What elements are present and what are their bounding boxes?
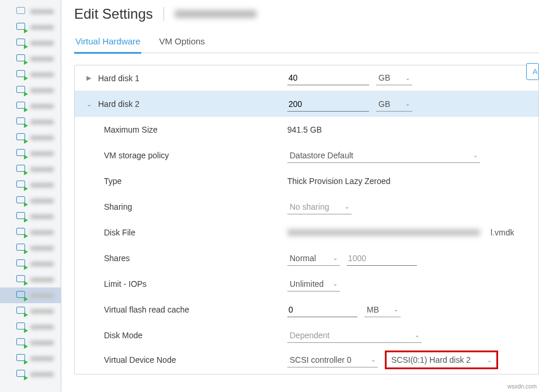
vm-icon [16, 7, 27, 16]
limit-label: Limit - IOPs [104, 279, 287, 289]
vm-tree-item[interactable] [0, 145, 61, 161]
vm-icon [16, 165, 27, 174]
limit-iops-row: Limit - IOPs Unlimited ⌄ [75, 271, 538, 297]
add-button-label: A [533, 67, 538, 76]
vm-icon [16, 259, 27, 269]
vm-tree-item[interactable] [0, 19, 61, 35]
flash-cache-row: Virtual flash read cache MB ⌄ [75, 297, 538, 322]
type-value: Thick Provision Lazy Zeroed [287, 176, 527, 186]
type-row: Type Thick Provision Lazy Zeroed [75, 168, 538, 194]
vm-tree-item[interactable] [0, 67, 61, 82]
vm-icon [16, 149, 27, 158]
vm-tree-item[interactable] [0, 366, 61, 382]
disk-mode-row: Disk Mode Dependent ⌄ [75, 322, 538, 348]
chevron-down-icon: ⌄ [394, 306, 398, 313]
vdn-controller-select[interactable]: SCSI controller 0 ⌄ [287, 353, 378, 367]
policy-label: VM storage policy [104, 151, 287, 160]
chevron-down-icon: ⌄ [405, 100, 410, 107]
max-size-label: Maximum Size [104, 125, 287, 134]
disk-file-path-redacted [287, 229, 480, 236]
vm-tree-item[interactable] [0, 82, 61, 98]
hd1-label: Hard disk 1 [98, 74, 287, 83]
vm-tree-item[interactable] [0, 335, 61, 351]
vm-tree-item[interactable] [0, 351, 61, 366]
vm-icon [16, 117, 27, 127]
chevron-down-icon: ⌄ [473, 152, 478, 158]
maximum-size-row: Maximum Size 941.5 GB [75, 117, 538, 143]
vm-tree-item[interactable] [0, 319, 61, 335]
vm-icon [16, 322, 27, 332]
vm-tree-item[interactable] [0, 4, 61, 19]
shares-row: Shares Normal ⌄ [75, 245, 538, 271]
policy-select[interactable]: Datastore Default ⌄ [287, 148, 480, 163]
vm-icon [16, 54, 27, 64]
vm-tree-item[interactable] [0, 51, 61, 67]
vdn-slot-select[interactable]: SCSI(0:1) Hard disk 2 ⌄ [389, 353, 494, 367]
vm-icon [16, 354, 27, 363]
sharing-select[interactable]: No sharing ⌄ [287, 200, 352, 214]
chevron-down-icon: ⌄ [345, 203, 349, 210]
vm-tree-item[interactable] [0, 303, 61, 319]
hd1-unit-select[interactable]: GB ⌄ [376, 71, 412, 85]
vm-tree-item[interactable] [0, 98, 61, 114]
vm-icon [16, 338, 27, 348]
flash-label: Virtual flash read cache [104, 305, 287, 314]
vm-tree-item[interactable] [0, 130, 61, 145]
page-title: Edit Settings [74, 6, 153, 22]
watermark: wsxdn.com [507, 383, 537, 390]
vm-tree-item-selected[interactable] [0, 287, 61, 303]
limit-select[interactable]: Unlimited ⌄ [287, 277, 340, 292]
hard-disk-1-row[interactable]: ▶ Hard disk 1 GB ⌄ [75, 65, 538, 91]
vm-icon [16, 133, 27, 143]
hd2-size-input[interactable] [287, 97, 369, 112]
sharing-label: Sharing [104, 202, 287, 211]
shares-label: Shares [104, 254, 287, 263]
vm-tree-item[interactable] [0, 224, 61, 240]
chevron-down-icon: ⌄ [405, 75, 410, 81]
vm-icon [16, 275, 27, 285]
vm-tree-item[interactable] [0, 161, 61, 177]
vm-icon [16, 196, 27, 206]
vm-icon [16, 212, 27, 221]
vm-tree-item[interactable] [0, 193, 61, 209]
shares-mode-select[interactable]: Normal ⌄ [287, 251, 340, 266]
title-divider [164, 7, 164, 21]
chevron-down-icon: ⌄ [333, 255, 338, 261]
vm-icon [16, 102, 27, 111]
main-content: Edit Settings Virtual Hardware VM Option… [61, 0, 539, 392]
type-label: Type [104, 176, 287, 186]
chevron-down-icon: ⌄ [333, 280, 338, 287]
tab-virtual-hardware[interactable]: Virtual Hardware [74, 33, 141, 54]
vm-icon [16, 244, 27, 253]
vm-tree-item[interactable] [0, 256, 61, 272]
vm-name-redacted [175, 10, 256, 18]
hard-disk-2-row[interactable]: ⌄ Hard disk 2 GB ⌄ [75, 91, 538, 117]
disk-file-value: l.vmdk [287, 228, 527, 237]
chevron-down-icon: ⌄ [415, 332, 419, 338]
flash-unit-select[interactable]: MB ⌄ [364, 303, 401, 317]
tabs: Virtual Hardware VM Options [74, 33, 539, 53]
tab-vm-options[interactable]: VM Options [158, 33, 206, 53]
vm-tree-item[interactable] [0, 114, 61, 130]
vm-icon [16, 23, 27, 32]
vm-tree-item[interactable] [0, 177, 61, 193]
max-size-value: 941.5 GB [287, 125, 527, 134]
vm-tree-item[interactable] [0, 240, 61, 256]
shares-value-input[interactable] [347, 251, 417, 266]
flash-value-input[interactable] [287, 303, 357, 317]
hd1-size-input[interactable] [287, 71, 369, 85]
vm-icon [16, 370, 27, 379]
vm-tree-item[interactable] [0, 272, 61, 287]
vm-icon [16, 86, 27, 95]
add-device-button[interactable]: A [526, 63, 539, 80]
vm-icon [16, 291, 27, 300]
vdn-label: Virtual Device Node [104, 355, 287, 365]
hd2-unit-select[interactable]: GB ⌄ [376, 97, 412, 112]
vdn-highlight-box: SCSI(0:1) Hard disk 2 ⌄ [385, 351, 498, 369]
vm-icon [16, 307, 27, 316]
disk-mode-label: Disk Mode [104, 331, 287, 340]
disk-mode-select[interactable]: Dependent ⌄ [287, 328, 422, 343]
vm-tree-item[interactable] [0, 35, 61, 51]
vm-icon [16, 181, 27, 190]
vm-tree-item[interactable] [0, 209, 61, 224]
